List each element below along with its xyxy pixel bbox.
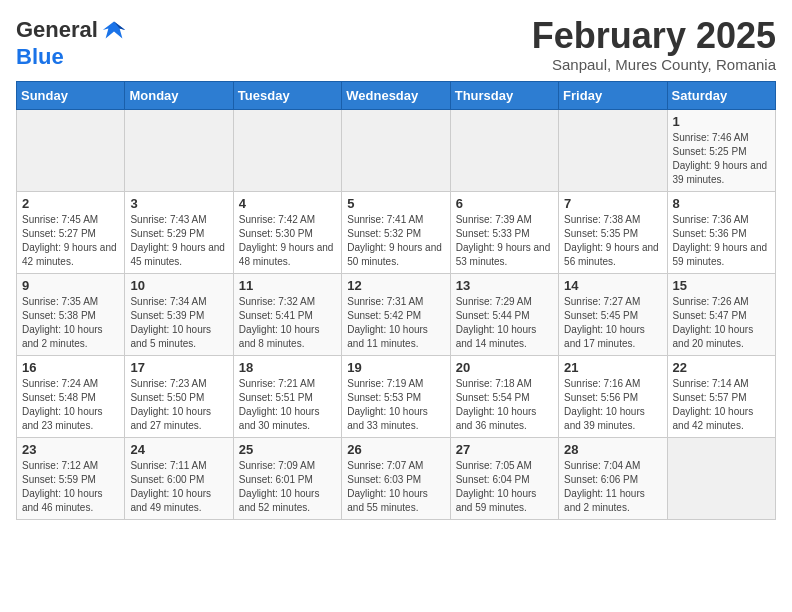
day-info: Sunrise: 7:24 AM Sunset: 5:48 PM Dayligh… [22,377,119,433]
day-number: 3 [130,196,227,211]
day-number: 24 [130,442,227,457]
day-info: Sunrise: 7:46 AM Sunset: 5:25 PM Dayligh… [673,131,770,187]
calendar-week-row: 16Sunrise: 7:24 AM Sunset: 5:48 PM Dayli… [17,355,776,437]
day-number: 21 [564,360,661,375]
day-info: Sunrise: 7:45 AM Sunset: 5:27 PM Dayligh… [22,213,119,269]
day-info: Sunrise: 7:19 AM Sunset: 5:53 PM Dayligh… [347,377,444,433]
calendar-cell: 10Sunrise: 7:34 AM Sunset: 5:39 PM Dayli… [125,273,233,355]
day-info: Sunrise: 7:31 AM Sunset: 5:42 PM Dayligh… [347,295,444,351]
logo: General Blue [16,16,128,70]
day-info: Sunrise: 7:39 AM Sunset: 5:33 PM Dayligh… [456,213,553,269]
day-info: Sunrise: 7:34 AM Sunset: 5:39 PM Dayligh… [130,295,227,351]
calendar-cell: 20Sunrise: 7:18 AM Sunset: 5:54 PM Dayli… [450,355,558,437]
calendar-cell [342,109,450,191]
location-text: Sanpaul, Mures County, Romania [532,56,776,73]
calendar-cell: 6Sunrise: 7:39 AM Sunset: 5:33 PM Daylig… [450,191,558,273]
day-number: 2 [22,196,119,211]
day-number: 17 [130,360,227,375]
calendar-cell: 12Sunrise: 7:31 AM Sunset: 5:42 PM Dayli… [342,273,450,355]
weekday-header: Tuesday [233,81,341,109]
calendar-cell: 26Sunrise: 7:07 AM Sunset: 6:03 PM Dayli… [342,437,450,519]
weekday-header: Wednesday [342,81,450,109]
day-number: 13 [456,278,553,293]
day-info: Sunrise: 7:41 AM Sunset: 5:32 PM Dayligh… [347,213,444,269]
calendar-table: SundayMondayTuesdayWednesdayThursdayFrid… [16,81,776,520]
weekday-header: Friday [559,81,667,109]
day-number: 22 [673,360,770,375]
calendar-cell [667,437,775,519]
calendar-cell: 19Sunrise: 7:19 AM Sunset: 5:53 PM Dayli… [342,355,450,437]
calendar-cell: 1Sunrise: 7:46 AM Sunset: 5:25 PM Daylig… [667,109,775,191]
day-info: Sunrise: 7:16 AM Sunset: 5:56 PM Dayligh… [564,377,661,433]
calendar-cell: 7Sunrise: 7:38 AM Sunset: 5:35 PM Daylig… [559,191,667,273]
day-number: 6 [456,196,553,211]
calendar-cell: 5Sunrise: 7:41 AM Sunset: 5:32 PM Daylig… [342,191,450,273]
day-number: 26 [347,442,444,457]
calendar-cell: 22Sunrise: 7:14 AM Sunset: 5:57 PM Dayli… [667,355,775,437]
day-number: 5 [347,196,444,211]
calendar-cell [233,109,341,191]
day-info: Sunrise: 7:36 AM Sunset: 5:36 PM Dayligh… [673,213,770,269]
day-number: 14 [564,278,661,293]
day-number: 12 [347,278,444,293]
calendar-cell: 18Sunrise: 7:21 AM Sunset: 5:51 PM Dayli… [233,355,341,437]
day-info: Sunrise: 7:43 AM Sunset: 5:29 PM Dayligh… [130,213,227,269]
day-info: Sunrise: 7:14 AM Sunset: 5:57 PM Dayligh… [673,377,770,433]
calendar-cell [559,109,667,191]
calendar-week-row: 9Sunrise: 7:35 AM Sunset: 5:38 PM Daylig… [17,273,776,355]
day-info: Sunrise: 7:07 AM Sunset: 6:03 PM Dayligh… [347,459,444,515]
day-number: 9 [22,278,119,293]
day-info: Sunrise: 7:29 AM Sunset: 5:44 PM Dayligh… [456,295,553,351]
day-info: Sunrise: 7:27 AM Sunset: 5:45 PM Dayligh… [564,295,661,351]
calendar-cell: 15Sunrise: 7:26 AM Sunset: 5:47 PM Dayli… [667,273,775,355]
day-info: Sunrise: 7:05 AM Sunset: 6:04 PM Dayligh… [456,459,553,515]
day-info: Sunrise: 7:42 AM Sunset: 5:30 PM Dayligh… [239,213,336,269]
calendar-cell: 13Sunrise: 7:29 AM Sunset: 5:44 PM Dayli… [450,273,558,355]
calendar-cell: 25Sunrise: 7:09 AM Sunset: 6:01 PM Dayli… [233,437,341,519]
calendar-cell [125,109,233,191]
calendar-cell: 14Sunrise: 7:27 AM Sunset: 5:45 PM Dayli… [559,273,667,355]
day-info: Sunrise: 7:32 AM Sunset: 5:41 PM Dayligh… [239,295,336,351]
calendar-cell: 17Sunrise: 7:23 AM Sunset: 5:50 PM Dayli… [125,355,233,437]
day-number: 8 [673,196,770,211]
calendar-cell: 23Sunrise: 7:12 AM Sunset: 5:59 PM Dayli… [17,437,125,519]
calendar-cell: 8Sunrise: 7:36 AM Sunset: 5:36 PM Daylig… [667,191,775,273]
calendar-cell [17,109,125,191]
day-info: Sunrise: 7:12 AM Sunset: 5:59 PM Dayligh… [22,459,119,515]
month-title: February 2025 [532,16,776,56]
calendar-cell: 3Sunrise: 7:43 AM Sunset: 5:29 PM Daylig… [125,191,233,273]
page-header: General Blue February 2025 Sanpaul, Mure… [16,16,776,73]
day-number: 18 [239,360,336,375]
day-info: Sunrise: 7:11 AM Sunset: 6:00 PM Dayligh… [130,459,227,515]
weekday-header: Thursday [450,81,558,109]
calendar-week-row: 1Sunrise: 7:46 AM Sunset: 5:25 PM Daylig… [17,109,776,191]
calendar-cell: 28Sunrise: 7:04 AM Sunset: 6:06 PM Dayli… [559,437,667,519]
day-info: Sunrise: 7:18 AM Sunset: 5:54 PM Dayligh… [456,377,553,433]
calendar-cell [450,109,558,191]
day-number: 1 [673,114,770,129]
day-info: Sunrise: 7:09 AM Sunset: 6:01 PM Dayligh… [239,459,336,515]
calendar-cell: 9Sunrise: 7:35 AM Sunset: 5:38 PM Daylig… [17,273,125,355]
day-info: Sunrise: 7:23 AM Sunset: 5:50 PM Dayligh… [130,377,227,433]
title-block: February 2025 Sanpaul, Mures County, Rom… [532,16,776,73]
calendar-week-row: 23Sunrise: 7:12 AM Sunset: 5:59 PM Dayli… [17,437,776,519]
day-number: 19 [347,360,444,375]
day-info: Sunrise: 7:35 AM Sunset: 5:38 PM Dayligh… [22,295,119,351]
day-number: 16 [22,360,119,375]
day-info: Sunrise: 7:26 AM Sunset: 5:47 PM Dayligh… [673,295,770,351]
calendar-cell: 27Sunrise: 7:05 AM Sunset: 6:04 PM Dayli… [450,437,558,519]
day-number: 23 [22,442,119,457]
day-info: Sunrise: 7:21 AM Sunset: 5:51 PM Dayligh… [239,377,336,433]
calendar-cell: 21Sunrise: 7:16 AM Sunset: 5:56 PM Dayli… [559,355,667,437]
weekday-header: Saturday [667,81,775,109]
day-number: 4 [239,196,336,211]
day-number: 15 [673,278,770,293]
weekday-header: Sunday [17,81,125,109]
calendar-cell: 24Sunrise: 7:11 AM Sunset: 6:00 PM Dayli… [125,437,233,519]
logo-general-text: General [16,17,98,43]
svg-marker-0 [103,22,125,39]
day-number: 11 [239,278,336,293]
day-info: Sunrise: 7:04 AM Sunset: 6:06 PM Dayligh… [564,459,661,515]
calendar-cell: 11Sunrise: 7:32 AM Sunset: 5:41 PM Dayli… [233,273,341,355]
day-info: Sunrise: 7:38 AM Sunset: 5:35 PM Dayligh… [564,213,661,269]
